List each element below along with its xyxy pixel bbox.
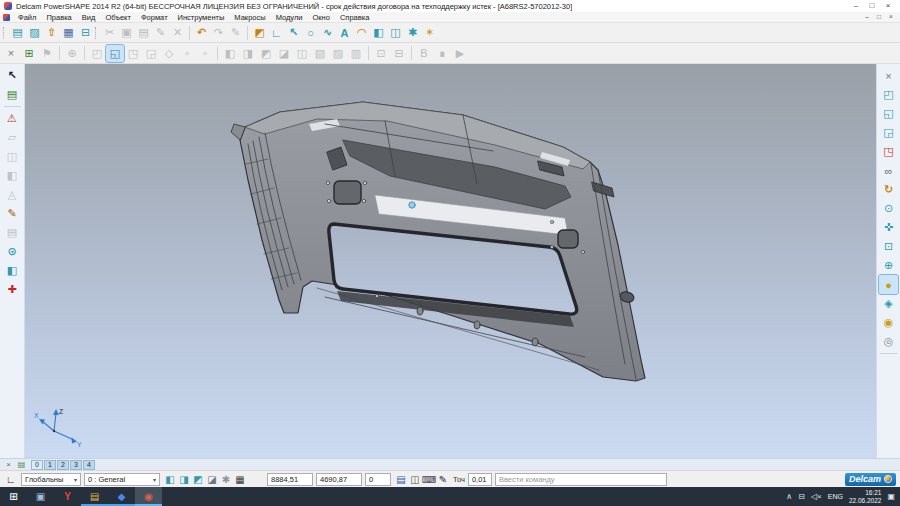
solid-convert-button[interactable]: ▶ (451, 45, 469, 62)
y-coordinate-field[interactable]: 4690,87 (316, 473, 362, 486)
start-button[interactable]: ⊞ (0, 487, 27, 506)
view-iso2-button[interactable]: ◱ (879, 104, 898, 123)
solid-subtract-button[interactable]: ⊟ (390, 45, 408, 62)
circle-button[interactable]: ○ (302, 25, 319, 41)
menu-file[interactable]: Файл (13, 12, 41, 23)
solid-union-button[interactable]: ⊡ (372, 45, 390, 62)
solid-box-button[interactable]: ◧ (3, 261, 22, 280)
wizard-button[interactable]: ✶ (421, 25, 438, 41)
view-iso1-button[interactable]: ◰ (879, 85, 898, 104)
solid-split-button[interactable]: ▧ (311, 45, 329, 62)
paint-tool-button[interactable]: ✎ (3, 204, 22, 223)
menu-help[interactable]: Справка (335, 12, 374, 23)
viewer-app-button[interactable]: ◆ (108, 487, 135, 506)
solid-shell-button[interactable]: ◪ (275, 45, 293, 62)
volume-muted-icon[interactable]: ◁× (811, 492, 822, 501)
clipboard-button[interactable]: ▤ (394, 474, 408, 485)
menu-modules[interactable]: Модули (271, 12, 308, 23)
format-painter-button[interactable]: ✎ (152, 25, 169, 41)
toolbar-drag-handle[interactable] (3, 27, 6, 39)
mdi-minimize-button[interactable]: – (861, 12, 873, 22)
feature-button[interactable]: ◫ (387, 25, 404, 41)
menu-window[interactable]: Окно (308, 12, 335, 23)
assembly-button[interactable]: ✱ (404, 25, 421, 41)
solid-combine-button[interactable]: ∎ (433, 45, 451, 62)
menu-format[interactable]: Формат (136, 12, 173, 23)
solid-window-button[interactable]: ◳ (124, 45, 142, 62)
solid-doctor-button[interactable]: ✚ (3, 280, 22, 299)
solid-stitch-button[interactable]: ▨ (329, 45, 347, 62)
solid-mirror-button[interactable]: ◇ (160, 45, 178, 62)
solid-revolve-button[interactable]: ◨ (239, 45, 257, 62)
redo-button[interactable]: ↷ (210, 25, 227, 41)
level-tab-3[interactable]: 3 (70, 460, 82, 470)
language-indicator[interactable]: ENG (828, 493, 843, 500)
menu-macros[interactable]: Макросы (229, 12, 270, 23)
fillet-tool-button[interactable]: ◫ (3, 147, 22, 166)
view-section-button[interactable]: ◈ (879, 294, 898, 313)
close-view-toolbar-button[interactable]: × (879, 66, 898, 85)
solid-fillet-button[interactable]: ◩ (257, 45, 275, 62)
cut-button[interactable]: ✂ (101, 25, 118, 41)
workplane-button[interactable]: ◩ (251, 25, 268, 41)
solid-rotate-button[interactable]: ◲ (142, 45, 160, 62)
paste-button[interactable]: ▤ (135, 25, 152, 41)
level-tab-1[interactable]: 1 (44, 460, 56, 470)
solid-draft-button[interactable]: ◫ (293, 45, 311, 62)
close-solid-toolbar-button[interactable]: × (2, 45, 20, 62)
delete-button[interactable]: ✕ (169, 25, 186, 41)
view-wireframe-button[interactable]: ⊕ (879, 256, 898, 275)
trim-tool-button[interactable]: ◧ (3, 166, 22, 185)
menu-object[interactable]: Объект (100, 12, 136, 23)
level-used-button[interactable]: ◨ (177, 474, 191, 485)
clock[interactable]: 16:21 22.06.2022 (849, 489, 882, 505)
viewport-3d[interactable]: X Z Y (25, 64, 876, 458)
toolbar-drag-handle[interactable] (95, 27, 98, 39)
zoom-fit-button[interactable]: ✜ (879, 218, 898, 237)
level-tab-4[interactable]: 4 (83, 460, 95, 470)
level-filter-button[interactable]: ◧ (163, 474, 177, 485)
close-button[interactable]: × (880, 0, 896, 12)
solid-add-button[interactable]: ⊕ (63, 45, 81, 62)
level-combo[interactable]: 0 : General ▾ (84, 473, 160, 486)
print-button[interactable]: ⊟ (77, 25, 94, 41)
level-named-button[interactable]: ◩ (191, 474, 205, 485)
solid-select-button[interactable]: ◰ (88, 45, 106, 62)
menu-tools[interactable]: Инструменты (173, 12, 230, 23)
solid-thicken-button[interactable]: ▥ (347, 45, 365, 62)
network-icon[interactable]: ⊟ (798, 492, 805, 501)
view-rotate-button[interactable]: ↻ (879, 180, 898, 199)
line-button[interactable]: ∟ (268, 25, 285, 41)
mdi-restore-button[interactable]: □ (873, 12, 885, 22)
curve-button[interactable]: ∿ (319, 25, 336, 41)
level-tab-2[interactable]: 2 (57, 460, 69, 470)
view-enhanced-button[interactable]: ◉ (879, 313, 898, 332)
z-coordinate-field[interactable]: 0 (365, 473, 391, 486)
command-input[interactable] (495, 473, 667, 486)
workplane-combo[interactable]: Глобальны ▾ (21, 473, 81, 486)
explorer-button[interactable]: ▤ (81, 487, 108, 506)
object-browser-button[interactable]: ▤ (3, 85, 22, 104)
search-button[interactable]: ⊙ (3, 242, 22, 261)
model-canvas[interactable] (25, 64, 876, 458)
notifications-button[interactable]: ▣ (887, 492, 895, 501)
view-stereo-button[interactable]: ∞ (879, 161, 898, 180)
solid-history-button[interactable]: B (415, 45, 433, 62)
text-button[interactable]: A (336, 25, 353, 41)
solid-button[interactable]: ◧ (370, 25, 387, 41)
snap-button[interactable]: ✎ (436, 474, 450, 485)
tolerance-field[interactable]: 0,01 (468, 473, 492, 486)
import-button[interactable]: ⇧ (43, 25, 60, 41)
taskview-button[interactable]: ▣ (27, 487, 54, 506)
offset-tool-button[interactable]: ◬ (3, 185, 22, 204)
view-pinned-button[interactable]: ◳ (879, 142, 898, 161)
zoom-box-button[interactable]: ⊡ (879, 237, 898, 256)
grid-button[interactable]: ▦ (233, 474, 247, 485)
minimize-button[interactable]: – (848, 0, 864, 12)
solid-bound-button[interactable]: ▫ (178, 45, 196, 62)
copy-button[interactable]: ▣ (118, 25, 135, 41)
powershape-app-button[interactable]: ◉ (135, 487, 162, 506)
solid-tree-button[interactable]: ⊞ (20, 45, 38, 62)
sketch-edit-button[interactable]: ✎ (227, 25, 244, 41)
select-cursor-button[interactable]: ↖ (3, 66, 22, 85)
